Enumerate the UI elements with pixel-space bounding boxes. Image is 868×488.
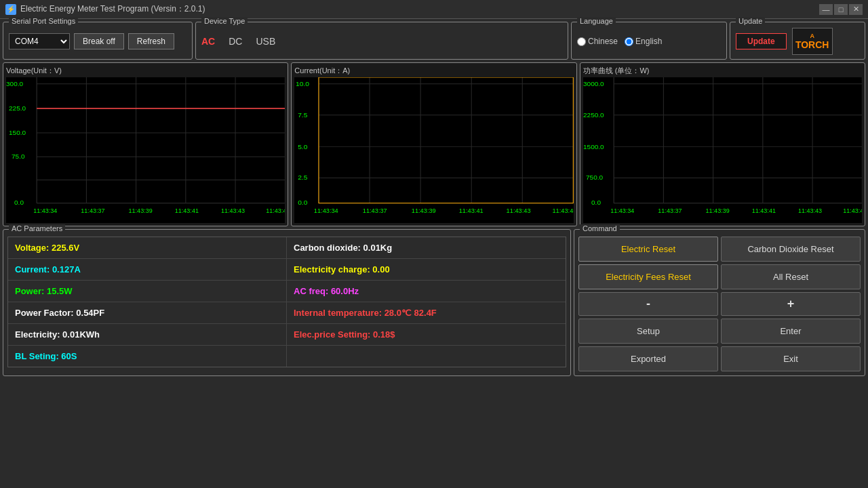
svg-text:11:43:45: 11:43:45 [553, 208, 574, 215]
enter-button[interactable]: Enter [721, 319, 861, 344]
app-icon: ⚡ [5, 4, 16, 15]
svg-text:11:43:41: 11:43:41 [175, 207, 199, 214]
charts-row: Voltage(Unit：V) [3, 62, 865, 226]
chinese-radio[interactable] [577, 37, 586, 46]
close-button[interactable]: ✕ [849, 4, 863, 15]
svg-text:150.0: 150.0 [9, 129, 26, 136]
internal-temp-param: Internal temperature: 28.0℃ 82.4F [287, 302, 566, 324]
break-off-button[interactable]: Break off [74, 33, 124, 49]
svg-text:11:43:45: 11:43:45 [266, 207, 285, 214]
command-grid: Electric Reset Carbon Dioxide Reset Elec… [578, 237, 861, 371]
svg-text:75.0: 75.0 [12, 152, 25, 160]
update-group: Update Update A TORCH [730, 22, 865, 60]
svg-text:11:43:41: 11:43:41 [459, 208, 484, 215]
voltage-chart: Voltage(Unit：V) [3, 62, 288, 226]
english-radio[interactable] [625, 37, 633, 46]
params-grid: Voltage: 225.6V Carbon dioxide: 0.01Kg C… [7, 237, 566, 367]
minus-button[interactable]: - [578, 292, 718, 316]
carbon-dioxide-param: Carbon dioxide: 0.01Kg [287, 237, 566, 259]
svg-text:750.0: 750.0 [586, 174, 604, 182]
carbon-dioxide-reset-button[interactable]: Carbon Dioxide Reset [721, 237, 861, 262]
atorch-logo: A TORCH [792, 28, 833, 55]
svg-text:11:43:43: 11:43:43 [507, 208, 531, 215]
voltage-param: Voltage: 225.6V [8, 237, 287, 259]
device-type-label: Device Type [201, 17, 248, 25]
svg-text:11:43:37: 11:43:37 [363, 208, 387, 215]
command-label: Command [580, 224, 620, 232]
svg-text:11:43:43: 11:43:43 [798, 207, 822, 214]
voltage-canvas: 300.0 225.0 150.0 75.0 0.0 11:43:34 11:4… [6, 77, 285, 223]
current-svg: 10.0 7.5 5.0 2.5 0.0 11:43:34 11:43:37 1… [294, 77, 573, 223]
electricity-fees-reset-button[interactable]: Electricity Fees Reset [578, 264, 718, 289]
bl-setting-param: BL Seting: 60S [8, 346, 287, 367]
ac-params-label: AC Parameters [9, 224, 65, 232]
svg-text:10.0: 10.0 [296, 80, 309, 87]
plus-button[interactable]: + [721, 292, 861, 316]
svg-text:11:43:39: 11:43:39 [129, 207, 153, 214]
svg-text:0.0: 0.0 [14, 199, 24, 206]
power-chart: 功率曲线 (单位：W) [580, 62, 865, 226]
command-panel: Command Electric Reset Carbon Dioxide Re… [574, 229, 865, 376]
power-param: Power: 15.5W [8, 281, 287, 302]
electricity-charge-param: Electricity charge: 0.00 [287, 259, 566, 281]
refresh-button[interactable]: Refresh [128, 33, 174, 49]
svg-rect-40 [319, 77, 573, 203]
power-factor-param: Power Factor: 0.54PF [8, 302, 287, 324]
chinese-radio-label[interactable]: Chinese [577, 37, 618, 46]
svg-text:11:43:41: 11:43:41 [751, 207, 775, 214]
svg-text:300.0: 300.0 [6, 80, 24, 87]
svg-text:11:43:39: 11:43:39 [705, 207, 729, 214]
update-button[interactable]: Update [736, 33, 787, 49]
current-chart-title: Current(Unit：A) [294, 66, 573, 76]
english-radio-label[interactable]: English [625, 37, 662, 46]
window-controls[interactable]: — □ ✕ [819, 4, 863, 15]
current-param: Current: 0.127A [8, 259, 287, 281]
svg-text:225.0: 225.0 [9, 104, 26, 112]
main-content: Serial Port Settings COM4 Break off Refr… [0, 19, 868, 488]
svg-text:2.5: 2.5 [298, 174, 308, 182]
app-title: Electric Energy Meter Test Program (Vers… [20, 3, 205, 15]
device-type-group: Device Type AC DC USB [195, 22, 568, 60]
svg-text:11:43:37: 11:43:37 [658, 207, 682, 214]
electric-reset-button[interactable]: Electric Reset [578, 237, 718, 262]
electricity-param: Electricity: 0.01KWh [8, 324, 287, 346]
svg-text:11:43:39: 11:43:39 [412, 208, 436, 215]
all-reset-button[interactable]: All Reset [721, 264, 861, 289]
svg-text:0.0: 0.0 [298, 199, 308, 206]
svg-text:7.5: 7.5 [298, 111, 308, 119]
bottom-row: AC Parameters Voltage: 225.6V Carbon dio… [3, 229, 865, 376]
exported-button[interactable]: Exported [578, 346, 718, 371]
device-type-usb[interactable]: USB [256, 36, 275, 47]
current-chart: Current(Unit：A) [291, 62, 576, 226]
minimize-button[interactable]: — [819, 4, 833, 15]
serial-port-group: Serial Port Settings COM4 Break off Refr… [3, 22, 193, 60]
english-label: English [635, 37, 662, 46]
svg-text:1500.0: 1500.0 [583, 143, 604, 150]
serial-port-label: Serial Port Settings [9, 17, 78, 25]
svg-text:11:43:45: 11:43:45 [843, 207, 862, 214]
chinese-label: Chinese [588, 37, 618, 46]
device-type-ac[interactable]: AC [201, 36, 215, 47]
exit-button[interactable]: Exit [721, 346, 861, 371]
update-group-label: Update [736, 17, 765, 25]
power-svg: 3000.0 2250.0 1500.0 750.0 0.0 11:43:34 … [583, 77, 862, 223]
setup-button[interactable]: Setup [578, 319, 718, 344]
language-label: Language [577, 17, 616, 25]
maximize-button[interactable]: □ [834, 4, 848, 15]
svg-text:3000.0: 3000.0 [583, 80, 604, 87]
language-group: Language Chinese English [571, 22, 727, 60]
voltage-svg: 300.0 225.0 150.0 75.0 0.0 11:43:34 11:4… [6, 77, 285, 223]
svg-text:11:43:34: 11:43:34 [610, 207, 634, 214]
voltage-chart-title: Voltage(Unit：V) [6, 66, 285, 76]
ac-params-panel: AC Parameters Voltage: 225.6V Carbon dio… [3, 229, 571, 376]
device-type-dc[interactable]: DC [229, 36, 242, 47]
current-canvas: 10.0 7.5 5.0 2.5 0.0 11:43:34 11:43:37 1… [294, 77, 573, 223]
svg-text:11:43:43: 11:43:43 [221, 207, 245, 214]
com-port-select[interactable]: COM4 [9, 33, 70, 49]
svg-text:2250.0: 2250.0 [583, 111, 604, 119]
elec-price-param: Elec.price Setting: 0.18$ [287, 324, 566, 346]
empty-param [287, 346, 566, 367]
title-bar-left: ⚡ Electric Energy Meter Test Program (Ve… [5, 3, 205, 15]
power-canvas: 3000.0 2250.0 1500.0 750.0 0.0 11:43:34 … [583, 77, 862, 223]
top-control-bar: Serial Port Settings COM4 Break off Refr… [3, 22, 865, 60]
